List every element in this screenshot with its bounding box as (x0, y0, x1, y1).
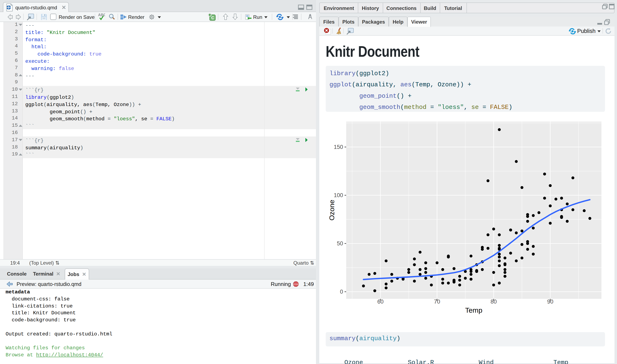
svg-text:0: 0 (340, 289, 343, 295)
svg-text:90: 90 (547, 299, 553, 305)
svg-text:ABC: ABC (98, 13, 105, 17)
svg-text:100: 100 (334, 192, 343, 198)
svg-text:Ozone: Ozone (328, 200, 336, 221)
svg-text:Temp: Temp (465, 306, 482, 314)
svg-text:150: 150 (334, 144, 343, 150)
svg-text:STOP: STOP (293, 283, 299, 285)
svg-text:60: 60 (377, 299, 384, 305)
svg-text:70: 70 (434, 299, 440, 305)
svg-text:80: 80 (491, 299, 497, 305)
svg-text:C: C (211, 15, 214, 20)
svg-text:50: 50 (337, 240, 343, 247)
